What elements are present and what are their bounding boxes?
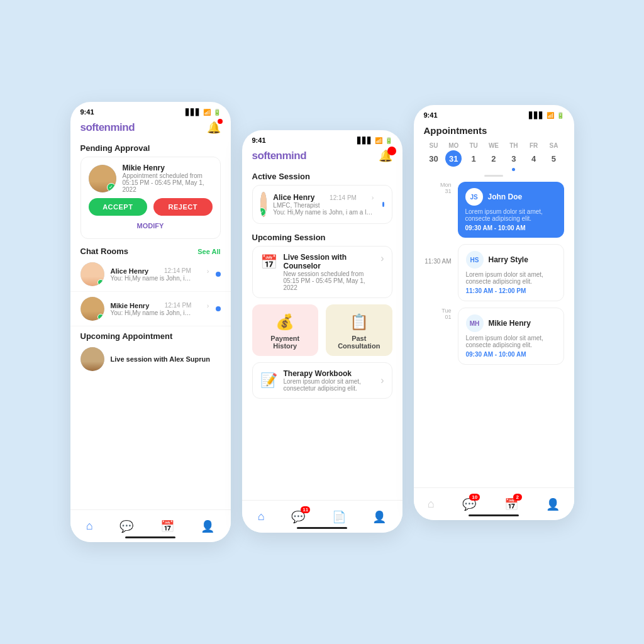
nav-chat-3[interactable]: 💬10 <box>462 497 476 511</box>
past-consultation-card[interactable]: 📋 PastConsultation <box>326 304 392 356</box>
appt-card-harrystyle[interactable]: HS Harry Style Lorem ipsum dolor sit ame… <box>458 244 564 301</box>
avatar-mikie-1 <box>80 297 104 321</box>
cal-day-th[interactable]: TH 3 <box>506 142 522 171</box>
upcoming-name: Live session with Alex Suprun <box>111 355 211 363</box>
home-indicator-2 <box>297 527 347 529</box>
session-sub: New session scheduled from <box>284 270 375 277</box>
nav-profile-3[interactable]: 👤 <box>546 497 560 511</box>
signal-icon-2: ▋▋▋ <box>357 137 372 144</box>
nav-calendar-3[interactable]: 📅2 <box>504 497 518 511</box>
status-icons-1: ▋▋▋ 📶 🔋 <box>186 109 221 116</box>
pending-approval-title: Pending Approval <box>70 140 231 157</box>
session-icon: 📅 <box>260 254 277 270</box>
chat-name-alice: Alice Henry <box>111 267 149 275</box>
appt-desc-harrystyle: Lorem ipsum dolor sit amet, consecte adi… <box>466 271 556 285</box>
active-session-card[interactable]: ✓ Alice Henry 12:14 PM › LMFC, Therapist… <box>252 185 392 224</box>
appt-initials-js: JS <box>465 188 483 206</box>
nav-home-1[interactable]: ⌂ <box>86 519 93 533</box>
status-time-1: 9:41 <box>80 108 94 116</box>
appt-card-johndoe[interactable]: JS John Doe Lorem ipsum dolor sit amet, … <box>458 182 564 238</box>
battery-icon: 🔋 <box>213 109 221 116</box>
appt-slot-johndoe: 09:30 AM - 10:00 AM <box>465 225 557 231</box>
chat-name-mikie: Mikie Henry <box>111 302 150 309</box>
signal-icon-3: ▋▋▋ <box>529 112 544 119</box>
session-slot: 05:15 PM - 05:45 PM, May 1, 2022 <box>284 277 375 291</box>
approval-info: Mikie Henry Appointment scheduled from 0… <box>123 164 213 193</box>
active-user-time: 12:14 PM <box>330 194 357 201</box>
nav-chat-2[interactable]: 💬11 <box>291 510 305 524</box>
nav-home-2[interactable]: ⌂ <box>258 510 265 523</box>
chat-time-alice: 12:14 PM <box>164 267 191 274</box>
status-icons-2: ▋▋▋ 📶 🔋 <box>357 137 392 144</box>
session-info: Live Session with Counselor New session … <box>284 253 375 291</box>
nav-chat-1[interactable]: 💬 <box>119 519 133 533</box>
status-icons-3: ▋▋▋ 📶 🔋 <box>529 112 564 119</box>
nav-notes-2[interactable]: 📄 <box>332 510 346 524</box>
nav-profile-2[interactable]: 👤 <box>372 510 386 524</box>
appt-desc-mikiehenry: Lorem ipsum dolor sit amet, consecte adi… <box>466 335 556 348</box>
appt-row-johndoe: Mon 31 JS John Doe Lorem ipsum dolor sit… <box>424 182 564 238</box>
home-indicator-3 <box>469 514 519 516</box>
approval-buttons: ACCEPT REJECT <box>89 198 213 216</box>
payment-history-card[interactable]: 💰 PaymentHistory <box>252 304 319 356</box>
see-all-link[interactable]: See All <box>197 248 220 255</box>
chevron-session: › <box>380 253 384 264</box>
unread-dot-mikie <box>216 306 221 311</box>
appt-user-harrystyle: HS Harry Style <box>466 251 556 269</box>
notif-dot-1 <box>218 119 223 124</box>
workbook-card[interactable]: 📝 Therapy Workbook Lorem ipsum dolor sit… <box>252 362 392 399</box>
chat-info-mikie: Mikie Henry 12:14 PM › You: Hi,My name i… <box>111 302 209 316</box>
logo-2: softenmind <box>252 150 307 162</box>
notif-dot-2 <box>387 147 396 155</box>
battery-icon-2: 🔋 <box>385 137 392 144</box>
cal-day-mo[interactable]: MO 31 <box>445 142 462 171</box>
cal-day-tu[interactable]: TU 1 <box>465 142 482 171</box>
upcoming-appointment-title: Upcoming Appointment <box>70 326 231 343</box>
upcoming-appointment-item[interactable]: Live session with Alex Suprun <box>70 343 231 375</box>
approval-user: ✓ Mikie Henry Appointment scheduled from… <box>89 164 213 193</box>
active-session-user: ✓ Alice Henry 12:14 PM › LMFC, Therapist… <box>260 192 384 217</box>
chat-msg-alice: You: Hi,My name is John, i am a licenses… <box>111 275 192 282</box>
avatar-alice-1 <box>80 262 104 286</box>
status-bar-2: 9:41 ▋▋▋ 📶 🔋 <box>242 130 402 147</box>
active-user-role: LMFC, Therapist <box>273 202 374 209</box>
phone1-header: softenmind 🔔 <box>70 118 231 140</box>
active-user-msg: You: Hi,My name is John, i am a licenses… <box>273 209 374 216</box>
appt-user-johndoe: JS John Doe <box>465 188 557 206</box>
cal-dot-th <box>512 168 515 171</box>
nav-profile-1[interactable]: 👤 <box>201 519 214 533</box>
appt-row-mikiehenry: Tue 01 MH Mikie Henry Lorem ipsum dolor … <box>424 308 564 365</box>
chat-item-alice[interactable]: Alice Henry 12:14 PM › You: Hi,My name i… <box>70 257 231 292</box>
modify-link[interactable]: MODIFY <box>89 219 213 232</box>
cal-day-su[interactable]: SU 30 <box>425 142 441 171</box>
status-bar-1: 9:41 ▋▋▋ 📶 🔋 <box>70 102 231 118</box>
appt-row-harrystyle: 11:30 AM HS Harry Style Lorem ipsum dolo… <box>424 244 564 301</box>
chevron-mikie: › <box>207 302 209 309</box>
chat-time-mikie: 12:14 PM <box>165 302 192 309</box>
accept-button[interactable]: ACCEPT <box>89 198 148 216</box>
battery-icon-3: 🔋 <box>557 112 564 119</box>
active-user-name: Alice Henry <box>273 193 314 202</box>
notification-bell-1[interactable]: 🔔 <box>207 121 221 135</box>
cal-day-we[interactable]: WE 2 <box>486 142 502 171</box>
reject-button[interactable]: REJECT <box>153 198 213 216</box>
status-time-3: 9:41 <box>424 111 438 119</box>
wifi-icon: 📶 <box>203 109 211 116</box>
workbook-info: Therapy Workbook Lorem ipsum dolor sit a… <box>284 369 375 392</box>
appt-time-col-2: 11:30 AM <box>424 244 452 301</box>
cal-day-fr[interactable]: FR 4 <box>526 142 542 171</box>
nav-calendar-1[interactable]: 📅 <box>160 519 174 533</box>
chevron-active: › <box>372 194 374 201</box>
calendar-row: SU 30 MO 31 TU 1 WE 2 TH 3 FR 4 <box>414 140 574 172</box>
cal-day-sa[interactable]: SA 5 <box>545 142 562 171</box>
nav-home-3[interactable]: ⌂ <box>428 497 435 511</box>
appointments-list: Mon 31 JS John Doe Lorem ipsum dolor sit… <box>414 182 574 371</box>
appt-name-harrystyle: Harry Style <box>489 255 528 264</box>
status-bar-3: 9:41 ▋▋▋ 📶 🔋 <box>414 105 574 121</box>
chat-msg-mikie: You: Hi,My name is John, i am a licenses… <box>111 309 192 316</box>
approval-card: ✓ Mikie Henry Appointment scheduled from… <box>80 157 221 239</box>
upcoming-session-card[interactable]: 📅 Live Session with Counselor New sessio… <box>252 246 392 298</box>
chat-item-mikie[interactable]: Mikie Henry 12:14 PM › You: Hi,My name i… <box>70 292 231 326</box>
notification-bell-2[interactable]: 🔔 <box>379 149 392 163</box>
appt-card-mikiehenry[interactable]: MH Mikie Henry Lorem ipsum dolor sit ame… <box>458 308 564 365</box>
